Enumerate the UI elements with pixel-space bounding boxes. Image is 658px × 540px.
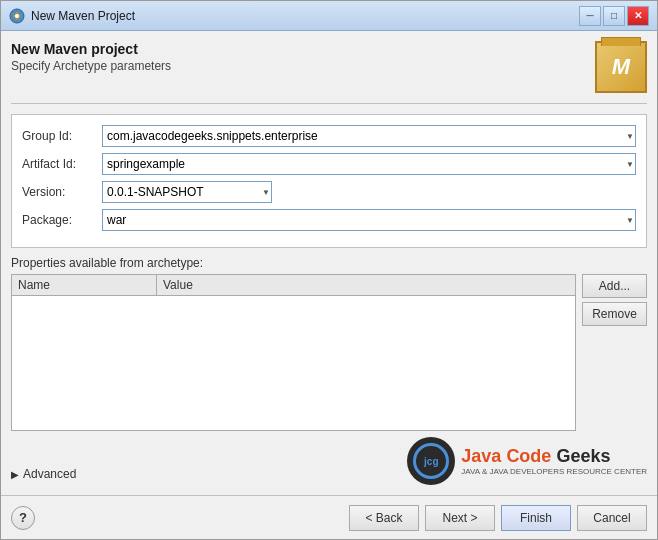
next-button[interactable]: Next > bbox=[425, 505, 495, 531]
window-icon bbox=[9, 8, 25, 24]
table-value-header: Value bbox=[157, 275, 575, 295]
properties-table: Name Value bbox=[11, 274, 576, 431]
window: New Maven Project ─ □ ✕ New Maven projec… bbox=[0, 0, 658, 540]
footer-left: ? bbox=[11, 506, 35, 530]
package-input-wrapper: war ▼ bbox=[102, 209, 636, 231]
group-id-label: Group Id: bbox=[22, 129, 102, 143]
artifact-id-row: Artifact Id: springexample ▼ bbox=[22, 153, 636, 175]
properties-table-container: Name Value Add... Remove bbox=[11, 274, 647, 431]
minimize-button[interactable]: ─ bbox=[579, 6, 601, 26]
package-select[interactable]: war bbox=[102, 209, 636, 231]
group-id-input-wrapper: com.javacodegeeks.snippets.enterprise ▼ bbox=[102, 125, 636, 147]
table-name-header: Name bbox=[12, 275, 157, 295]
cancel-button[interactable]: Cancel bbox=[577, 505, 647, 531]
page-title: New Maven project bbox=[11, 41, 171, 57]
version-input-wrapper: 0.0.1-SNAPSHOT ▼ bbox=[102, 181, 272, 203]
footer: ? < Back Next > Finish Cancel bbox=[1, 495, 657, 539]
version-row: Version: 0.0.1-SNAPSHOT ▼ bbox=[22, 181, 636, 203]
logo-circle-text: jcg bbox=[424, 456, 438, 467]
logo-circle: jcg bbox=[407, 437, 455, 485]
group-id-row: Group Id: com.javacodegeeks.snippets.ent… bbox=[22, 125, 636, 147]
page-subtitle: Specify Archetype parameters bbox=[11, 59, 171, 73]
logo-section: jcg Java Code Geeks JAVA & JAVA DEVELOPE… bbox=[407, 437, 647, 485]
advanced-label: Advanced bbox=[23, 467, 76, 481]
properties-label: Properties available from archetype: bbox=[11, 256, 647, 270]
close-button[interactable]: ✕ bbox=[627, 6, 649, 26]
content-area: New Maven project Specify Archetype para… bbox=[1, 31, 657, 495]
table-body bbox=[12, 296, 575, 426]
properties-area: Properties available from archetype: Nam… bbox=[11, 256, 647, 431]
maven-icon: M bbox=[595, 41, 647, 93]
title-bar-controls: ─ □ ✕ bbox=[579, 6, 649, 26]
package-row: Package: war ▼ bbox=[22, 209, 636, 231]
finish-button[interactable]: Finish bbox=[501, 505, 571, 531]
advanced-arrow-icon: ▶ bbox=[11, 469, 19, 480]
title-bar-left: New Maven Project bbox=[9, 8, 135, 24]
artifact-id-select[interactable]: springexample bbox=[102, 153, 636, 175]
help-button[interactable]: ? bbox=[11, 506, 35, 530]
header-section: New Maven project Specify Archetype para… bbox=[11, 41, 647, 93]
bottom-area: ▶ Advanced jcg Java Code Geeks JAVA & JA… bbox=[11, 433, 647, 485]
version-select[interactable]: 0.0.1-SNAPSHOT bbox=[102, 181, 272, 203]
logo-text-area: Java Code Geeks JAVA & JAVA DEVELOPERS R… bbox=[461, 446, 647, 477]
artifact-id-input-wrapper: springexample ▼ bbox=[102, 153, 636, 175]
logo-main-text: Java Code Geeks bbox=[461, 446, 647, 467]
form-section: Group Id: com.javacodegeeks.snippets.ent… bbox=[11, 114, 647, 248]
advanced-section[interactable]: ▶ Advanced bbox=[11, 467, 76, 481]
group-id-select[interactable]: com.javacodegeeks.snippets.enterprise bbox=[102, 125, 636, 147]
title-bar: New Maven Project ─ □ ✕ bbox=[1, 1, 657, 31]
table-header: Name Value bbox=[12, 275, 575, 296]
package-label: Package: bbox=[22, 213, 102, 227]
logo-sub-text: JAVA & JAVA DEVELOPERS RESOURCE CENTER bbox=[461, 467, 647, 477]
svg-point-1 bbox=[15, 14, 19, 18]
header-divider bbox=[11, 103, 647, 104]
logo-inner: jcg bbox=[413, 443, 449, 479]
remove-button[interactable]: Remove bbox=[582, 302, 647, 326]
header-text: New Maven project Specify Archetype para… bbox=[11, 41, 171, 73]
version-label: Version: bbox=[22, 185, 102, 199]
window-title: New Maven Project bbox=[31, 9, 135, 23]
back-button[interactable]: < Back bbox=[349, 505, 419, 531]
add-button[interactable]: Add... bbox=[582, 274, 647, 298]
artifact-id-label: Artifact Id: bbox=[22, 157, 102, 171]
footer-buttons: < Back Next > Finish Cancel bbox=[349, 505, 647, 531]
maximize-button[interactable]: □ bbox=[603, 6, 625, 26]
table-buttons: Add... Remove bbox=[582, 274, 647, 431]
